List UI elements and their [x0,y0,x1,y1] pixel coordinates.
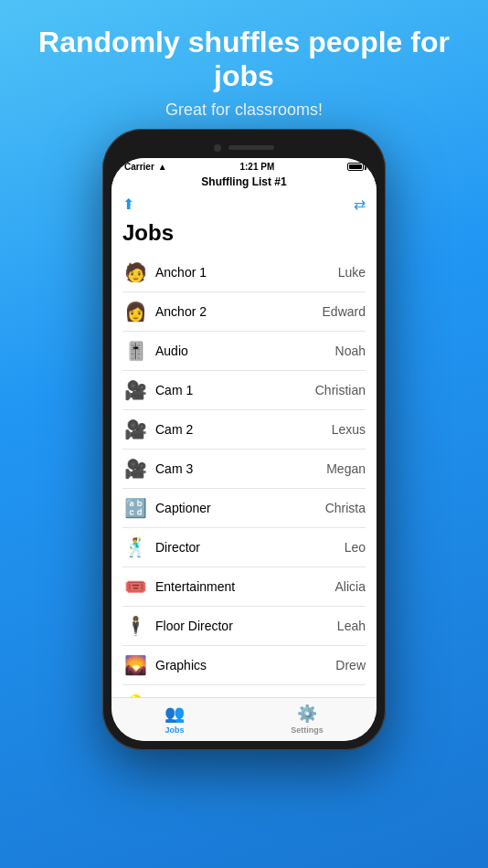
table-row[interactable]: 🎚️ Audio Noah [122,332,366,371]
job-icon: 💡 [122,693,148,697]
shuffle-icon[interactable]: ⇄ [354,196,366,213]
status-time: 1:21 PM [239,162,274,172]
job-icon: 🌄 [122,654,148,676]
tab-settings[interactable]: ⚙️ Settings [291,704,324,735]
job-icon: 🎥 [122,379,148,401]
hero-title: Randomly shuffles people for jobs [27,26,461,93]
jobs-tab-icon: 👥 [164,704,185,724]
table-row[interactable]: 🕴️ Floor Director Leah [122,607,366,646]
table-row[interactable]: 🎥 Cam 2 Lexus [122,410,366,450]
job-person: Christian [315,383,366,397]
job-name: Anchor 2 [155,304,323,319]
job-person: Luke [338,265,366,280]
hero-section: Randomly shuffles people for jobs Great … [0,0,488,129]
job-name: Anchor 1 [155,265,338,280]
phone-notch [111,138,377,158]
job-name: Entertainment [155,579,335,594]
table-row[interactable]: 💡 Lighting Naylin [122,685,366,697]
phone-shell: Carrier ▲ 1:21 PM Shuffling List #1 ⬆ ⇄ … [102,129,386,750]
tab-jobs[interactable]: 👥 Jobs [164,704,185,735]
job-person: Megan [326,461,366,476]
phone-speaker [228,145,274,150]
job-person: Leo [345,540,366,555]
job-name: Cam 1 [155,383,315,397]
table-row[interactable]: 🎥 Cam 3 Megan [122,450,366,489]
share-icon[interactable]: ⬆ [122,196,134,213]
job-person: Edward [323,304,366,319]
job-name: Graphics [155,658,335,672]
table-row[interactable]: 🌄 Graphics Drew [122,646,366,685]
job-name: Cam 3 [155,461,326,476]
status-left: Carrier ▲ [124,162,167,172]
settings-tab-label: Settings [291,725,324,735]
section-title: Jobs [122,215,366,253]
table-row[interactable]: 🎥 Cam 1 Christian [122,371,366,410]
phone-screen: Carrier ▲ 1:21 PM Shuffling List #1 ⬆ ⇄ … [111,158,377,741]
job-person: Noah [335,344,366,358]
table-row[interactable]: 🧑 Anchor 1 Luke [122,253,366,292]
table-row[interactable]: 🎟️ Entertainment Alicia [122,567,366,607]
job-name: Director [155,540,345,555]
content-area: Jobs 🧑 Anchor 1 Luke 👩 Anchor 2 Edward 🎚… [111,215,377,697]
phone-camera [214,144,221,152]
hero-subtitle: Great for classrooms! [27,101,461,120]
table-row[interactable]: 👩 Anchor 2 Edward [122,292,366,332]
carrier-label: Carrier [124,162,154,172]
job-icon: 🎥 [122,418,148,440]
job-icon: 🔡 [122,497,148,519]
jobs-list: 🧑 Anchor 1 Luke 👩 Anchor 2 Edward 🎚️ Aud… [122,253,366,697]
tab-bar: 👥 Jobs ⚙️ Settings [111,697,377,741]
job-name: Floor Director [155,619,337,633]
job-icon: 🕴️ [122,615,148,637]
status-right [347,163,364,171]
job-name: Captioner [155,501,325,515]
status-bar: Carrier ▲ 1:21 PM [111,158,377,174]
job-name: Cam 2 [155,422,332,437]
job-icon: 🎥 [122,458,148,480]
battery-icon [347,163,364,171]
job-person: Christa [325,501,366,515]
table-row[interactable]: 🔡 Captioner Christa [122,489,366,528]
job-person: Alicia [335,579,366,594]
job-name: Audio [155,344,335,358]
job-icon: 🎚️ [122,340,148,362]
job-person: Drew [335,658,366,672]
job-person: Lexus [332,422,366,437]
job-icon: 🧑 [122,261,148,283]
job-icon: 👩 [122,301,148,323]
nav-title: Shuffling List #1 [111,174,377,192]
job-icon: 🕺 [122,536,148,558]
nav-actions: ⬆ ⇄ [111,192,377,215]
job-person: Leah [337,619,366,633]
job-icon: 🎟️ [122,576,148,598]
settings-tab-icon: ⚙️ [297,704,317,724]
table-row[interactable]: 🕺 Director Leo [122,528,366,567]
jobs-tab-label: Jobs [165,725,185,735]
wifi-icon: ▲ [158,162,167,172]
